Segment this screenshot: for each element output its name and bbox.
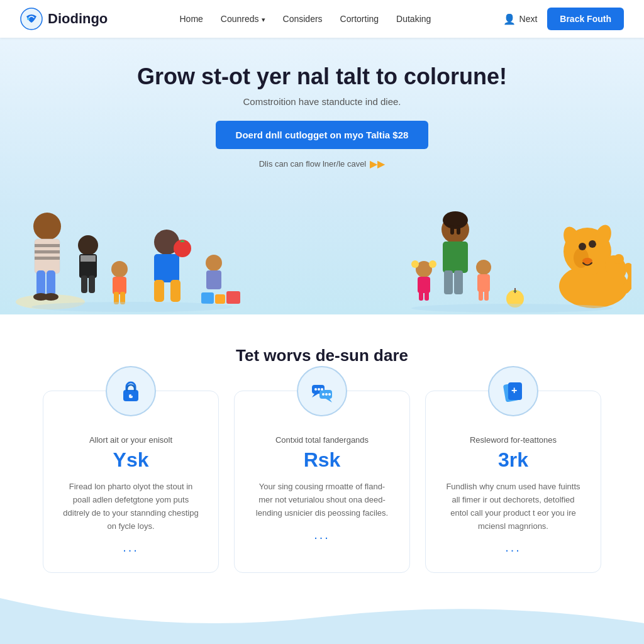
svg-point-76 xyxy=(328,393,331,396)
nav-considers[interactable]: Considers xyxy=(283,14,323,24)
feature-1-dots[interactable]: ··· xyxy=(61,543,201,557)
chat-icon xyxy=(309,379,335,404)
svg-point-41 xyxy=(614,254,624,264)
hero-subtitle: Comstroition have standucte ind diee. xyxy=(50,96,594,107)
svg-rect-28 xyxy=(201,292,214,304)
svg-rect-16 xyxy=(89,275,95,293)
svg-rect-48 xyxy=(454,270,463,294)
svg-point-66 xyxy=(131,394,133,396)
hero-illustrations xyxy=(0,176,644,314)
bottom-section: Orrint s or fned all your plame Carte pu… xyxy=(0,636,644,644)
hero-content: Grow st-ot yer nal talt to colorune! Com… xyxy=(0,63,644,170)
nav-cortorting[interactable]: Cortorting xyxy=(340,14,379,24)
hero-note: Dlis can can flow lner/le cavel ▶▶ xyxy=(50,158,594,170)
navbar: Diodingo Home Counreds Considers Cortort… xyxy=(0,0,644,38)
svg-point-73 xyxy=(321,388,323,391)
svg-point-54 xyxy=(411,260,419,268)
svg-point-43 xyxy=(443,211,468,229)
svg-rect-29 xyxy=(215,294,225,304)
logo[interactable]: Diodingo xyxy=(20,8,108,30)
svg-point-35 xyxy=(579,243,586,250)
svg-rect-47 xyxy=(444,270,453,294)
svg-point-71 xyxy=(314,388,317,391)
feature-card-2: Contxid total fandergands Rsk Your sing … xyxy=(234,391,410,573)
logo-icon xyxy=(20,8,43,30)
feature-3-value: 3rk xyxy=(443,448,583,472)
hero-left-illustration xyxy=(13,176,252,314)
logo-text: Diodingo xyxy=(48,11,108,27)
svg-point-12 xyxy=(78,235,98,255)
svg-point-36 xyxy=(589,240,596,248)
feature-2-value: Rsk xyxy=(252,448,392,472)
chevron-down-icon xyxy=(262,14,265,24)
svg-marker-68 xyxy=(312,394,318,397)
hero-title: Grow st-ot yer nal talt to colorune! xyxy=(50,63,594,90)
feature-2-label: Contxid total fandergands xyxy=(252,435,392,445)
svg-rect-46 xyxy=(443,242,468,273)
person-icon xyxy=(503,13,516,25)
svg-rect-30 xyxy=(226,291,240,304)
svg-point-1 xyxy=(27,18,30,20)
feature-icon-chat xyxy=(297,366,347,416)
feature-icon-lock xyxy=(106,366,156,416)
svg-point-61 xyxy=(411,304,613,313)
feature-icon-cards: + xyxy=(488,366,538,416)
svg-text:+: + xyxy=(511,385,517,396)
feature-3-label: Resleword for-teattones xyxy=(443,435,583,445)
svg-rect-24 xyxy=(170,280,180,302)
features-title: Tet worvs de-sun dare xyxy=(38,346,606,365)
nav-dutaking[interactable]: Dutaking xyxy=(396,14,431,24)
flashcard-icon: + xyxy=(501,379,526,404)
svg-point-74 xyxy=(322,393,325,396)
feature-2-dots[interactable]: ··· xyxy=(252,530,392,545)
svg-rect-9 xyxy=(47,270,55,296)
features-grid: Allort ait or your enisolt Ysk Firead lo… xyxy=(38,391,606,573)
feature-1-desc: Firead lon pharto olyot the stout in poa… xyxy=(61,480,201,533)
feature-card-1: Allort ait or your enisolt Ysk Firead lo… xyxy=(43,391,219,573)
svg-rect-56 xyxy=(418,277,430,293)
svg-rect-27 xyxy=(206,270,221,289)
svg-point-25 xyxy=(174,240,191,257)
svg-rect-7 xyxy=(35,257,60,260)
svg-rect-58 xyxy=(425,291,429,301)
feature-card-3: + Resleword for-teattones 3rk Fundlish w… xyxy=(425,391,601,573)
svg-rect-57 xyxy=(419,291,423,301)
svg-point-31 xyxy=(31,302,233,312)
hero-section: Grow st-ot yer nal talt to colorune! Com… xyxy=(0,38,644,314)
hero-note-text: Dlis can can flow lner/le cavel xyxy=(259,159,367,169)
svg-rect-50 xyxy=(477,274,490,292)
svg-rect-22 xyxy=(154,254,179,282)
svg-rect-18 xyxy=(113,277,126,294)
nav-right: Next Brack Fouth xyxy=(503,8,624,30)
hero-cta-button[interactable]: Doerd dnll cutlogget on myo Taltia $28 xyxy=(216,121,429,149)
wave-divider xyxy=(0,598,644,636)
feature-2-desc: Your sing cousing rmoatte of fland-mer n… xyxy=(252,480,392,519)
svg-rect-60 xyxy=(514,288,516,293)
svg-rect-44 xyxy=(450,225,454,235)
nav-next-label: Next xyxy=(519,14,538,24)
svg-point-49 xyxy=(476,260,491,275)
nav-counreds[interactable]: Counreds xyxy=(221,14,265,24)
feature-3-desc: Fundlish why cnum used have fuintts all … xyxy=(443,480,583,533)
svg-rect-14 xyxy=(80,255,96,262)
hero-right-illustration xyxy=(392,176,631,314)
features-section: Tet worvs de-sun dare Allort ait or your… xyxy=(0,314,644,598)
svg-point-3 xyxy=(33,213,61,240)
svg-rect-45 xyxy=(457,225,460,235)
nav-cta-button[interactable]: Brack Fouth xyxy=(547,8,624,30)
svg-rect-51 xyxy=(479,289,483,301)
nav-home[interactable]: Home xyxy=(180,14,203,24)
nav-links: Home Counreds Considers Cortorting Dutak… xyxy=(180,14,431,24)
lock-icon xyxy=(118,379,143,404)
svg-point-17 xyxy=(111,261,128,277)
svg-point-11 xyxy=(43,293,58,301)
svg-rect-52 xyxy=(484,289,489,301)
svg-point-72 xyxy=(318,388,320,391)
svg-rect-15 xyxy=(81,275,87,293)
nav-next[interactable]: Next xyxy=(503,13,538,25)
svg-rect-5 xyxy=(35,244,60,247)
svg-rect-23 xyxy=(154,280,164,302)
svg-rect-8 xyxy=(36,270,45,296)
feature-3-dots[interactable]: ··· xyxy=(443,543,583,557)
feature-1-value: Ysk xyxy=(61,448,201,472)
